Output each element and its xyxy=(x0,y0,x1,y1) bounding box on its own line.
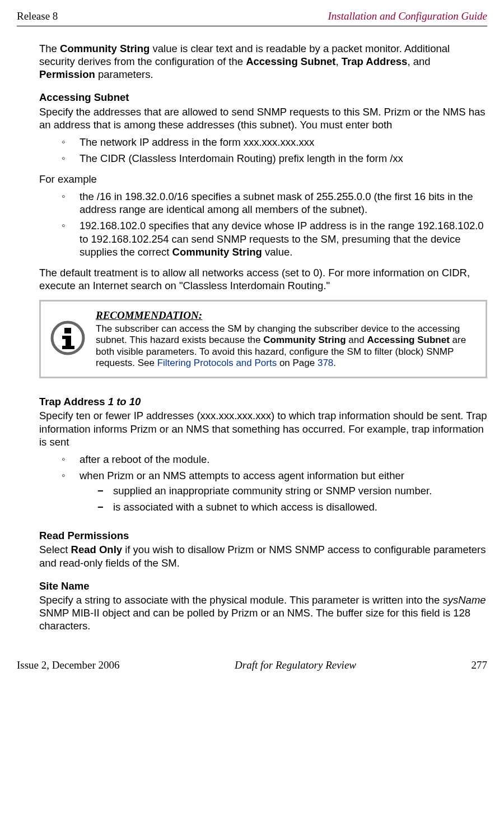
page: Release 8 Installation and Configuration… xyxy=(0,0,504,683)
site-p1: Specify a string to associate with the p… xyxy=(39,593,487,632)
header-release: Release 8 xyxy=(17,10,58,22)
recommendation-callout: RECOMMENDATION: The subscriber can acces… xyxy=(39,300,487,378)
read-permissions-heading: Read Permissions xyxy=(39,529,487,542)
read-p1: Select Read Only if you wish to disallow… xyxy=(39,543,487,569)
list-item: when Prizm or an NMS attempts to access … xyxy=(62,469,487,513)
list-item: 192.168.102.0 specifies that any device … xyxy=(62,219,487,258)
list-item: The CIDR (Classless Interdomain Routing)… xyxy=(62,152,487,165)
accessing-subnet-heading: Accessing Subnet xyxy=(39,91,487,104)
list-item: The network IP address in the form xxx.x… xyxy=(62,136,487,149)
recommendation-text: RECOMMENDATION: The subscriber can acces… xyxy=(96,309,477,369)
accessing-p2: For example xyxy=(39,173,487,186)
trap-p1: Specify ten or fewer IP addresses (xxx.x… xyxy=(39,409,487,448)
info-icon xyxy=(50,320,86,359)
footer-draft: Draft for Regulatory Review xyxy=(235,659,356,671)
svg-rect-1 xyxy=(64,328,71,333)
header-rule xyxy=(17,26,487,26)
page-link[interactable]: 378 xyxy=(318,358,333,368)
list-item: is associated with a subnet to which acc… xyxy=(97,500,487,513)
list-item: supplied an inappropriate community stri… xyxy=(97,484,487,497)
content: The Community String value is clear text… xyxy=(39,42,487,632)
header-guide: Installation and Configuration Guide xyxy=(328,10,487,22)
footer-issue: Issue 2, December 2006 xyxy=(17,659,120,671)
filtering-link[interactable]: Filtering Protocols and Ports xyxy=(157,358,277,368)
accessing-list1: The network IP address in the form xxx.x… xyxy=(39,136,487,165)
trap-address-heading: Trap Address 1 to 10 xyxy=(39,395,487,408)
intro-paragraph: The Community String value is clear text… xyxy=(39,42,487,81)
accessing-list2: the /16 in 198.32.0.0/16 specifies a sub… xyxy=(39,190,487,258)
page-footer: Issue 2, December 2006 Draft for Regulat… xyxy=(17,659,487,671)
svg-rect-4 xyxy=(62,346,74,349)
site-name-heading: Site Name xyxy=(39,579,487,592)
list-item: the /16 in 198.32.0.0/16 specifies a sub… xyxy=(62,190,487,216)
trap-list: after a reboot of the module. when Prizm… xyxy=(39,453,487,514)
trap-sublist: supplied an inappropriate community stri… xyxy=(80,484,487,513)
footer-page-number: 277 xyxy=(472,659,488,671)
list-item: after a reboot of the module. xyxy=(62,453,487,466)
accessing-p3: The default treatment is to allow all ne… xyxy=(39,266,487,292)
accessing-p1: Specify the addresses that are allowed t… xyxy=(39,105,487,131)
page-header: Release 8 Installation and Configuration… xyxy=(17,10,487,22)
